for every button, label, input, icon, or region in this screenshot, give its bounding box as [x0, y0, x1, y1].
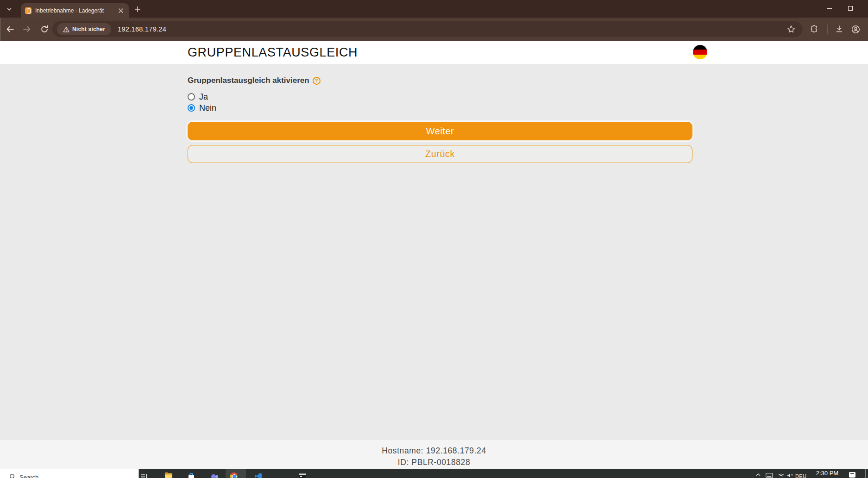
tray-language-indicator[interactable]: DEU: [795, 473, 806, 478]
taskbar-search-box[interactable]: Search: [0, 469, 139, 478]
profile-icon[interactable]: [851, 25, 860, 34]
window-maximize-button[interactable]: [840, 0, 861, 17]
url-text[interactable]: 192.168.179.24: [118, 25, 166, 33]
show-desktop-divider[interactable]: [865, 469, 866, 478]
help-icon[interactable]: ?: [313, 77, 321, 85]
notification-center-icon[interactable]: [849, 472, 855, 478]
weiter-button[interactable]: Weiter: [188, 122, 692, 140]
microsoft-store-icon[interactable]: [188, 472, 195, 478]
tray-clock[interactable]: 2:30 PM: [814, 470, 840, 477]
security-chip[interactable]: Nicht sicher: [57, 23, 111, 35]
footer-device-id: ID: PBLR-0018828: [0, 456, 868, 467]
radio-nein[interactable]: Nein: [188, 102, 692, 113]
chrome-icon[interactable]: [230, 472, 238, 478]
tray-keyboard-icon[interactable]: [766, 473, 773, 478]
radio-nein-label: Nein: [199, 103, 216, 113]
new-tab-button[interactable]: [133, 5, 142, 13]
form-label: Gruppenlastausgleich aktivieren: [188, 76, 309, 85]
tray-volume-icon[interactable]: [787, 473, 793, 478]
downloads-icon[interactable]: [835, 25, 844, 34]
tab-title: Inbetriebnahme - Ladegerät: [35, 7, 117, 14]
windows-taskbar: Search DEU 2:30 PM: [0, 469, 868, 478]
page-footer: Hostname: 192.168.179.24 ID: PBLR-001882…: [0, 440, 868, 469]
tray-chevron-up-icon[interactable]: [756, 473, 761, 477]
file-explorer-icon[interactable]: [165, 473, 172, 478]
search-icon: [9, 473, 16, 478]
forward-button[interactable]: [22, 24, 32, 34]
page-header: GRUPPENLASTAUSGLEICH: [0, 41, 868, 64]
radio-group: Ja Nein: [188, 91, 692, 113]
extensions-icon[interactable]: [810, 25, 819, 34]
tab-close-icon[interactable]: [117, 7, 125, 14]
page-title: GRUPPENLASTAUSGLEICH: [188, 41, 692, 64]
toolbar-separator: [827, 25, 828, 34]
warning-triangle-icon: [63, 26, 69, 32]
radio-ja-circle[interactable]: [188, 93, 195, 101]
tab-search-chevron-icon[interactable]: [5, 5, 14, 14]
security-label: Nicht sicher: [72, 26, 105, 32]
footer-hostname: Hostname: 192.168.179.24: [0, 440, 868, 456]
back-button[interactable]: [5, 24, 15, 34]
tray-network-icon[interactable]: [778, 473, 784, 478]
task-view-icon[interactable]: [140, 472, 148, 478]
address-bar[interactable]: Nicht sicher 192.168.179.24: [52, 21, 803, 37]
zurueck-button[interactable]: Zurück: [188, 145, 692, 163]
reload-button[interactable]: [39, 24, 50, 34]
taskbar-search-label: Search: [19, 474, 38, 478]
window-minimize-button[interactable]: [819, 0, 839, 17]
page-content: Gruppenlastausgleich aktivieren ? Ja Nei…: [0, 64, 868, 440]
terminal-icon[interactable]: [299, 473, 306, 478]
radio-ja-label: Ja: [199, 92, 208, 102]
site-favicon-icon: [25, 7, 31, 14]
radio-ja[interactable]: Ja: [188, 91, 692, 102]
bookmark-star-icon[interactable]: [787, 25, 795, 33]
browser-titlebar: Inbetriebnahme - Ladegerät: [0, 0, 868, 18]
radio-nein-circle[interactable]: [188, 104, 195, 112]
teams-icon[interactable]: [211, 472, 218, 478]
visual-studio-icon[interactable]: [255, 472, 262, 478]
german-flag-icon[interactable]: [693, 45, 707, 59]
browser-tab[interactable]: Inbetriebnahme - Ladegerät: [21, 3, 129, 18]
